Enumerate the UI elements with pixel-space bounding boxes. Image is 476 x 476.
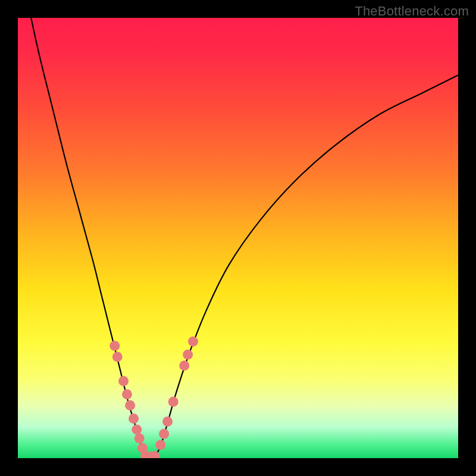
data-point-dot — [168, 397, 178, 407]
data-point-dot — [131, 424, 142, 434]
watermark-text: TheBottleneck.com — [355, 4, 469, 19]
data-point-dot — [183, 350, 193, 360]
right-branch-curve — [154, 75, 458, 458]
data-point-dot — [112, 352, 123, 362]
data-point-dot — [109, 341, 120, 351]
data-point-dot — [125, 400, 135, 411]
chart-canvas: TheBottleneck.com — [0, 0, 476, 476]
data-point-dot — [159, 429, 169, 439]
data-point-dot — [118, 376, 129, 386]
highlight-dots — [109, 336, 198, 458]
data-point-dot — [179, 361, 189, 371]
data-point-dot — [162, 416, 173, 427]
data-point-dot — [129, 414, 139, 424]
data-point-dot — [134, 433, 145, 443]
curve-layer — [18, 18, 458, 458]
data-point-dot — [122, 389, 132, 399]
data-point-dot — [155, 440, 165, 450]
data-point-dot — [188, 336, 198, 346]
plot-area — [18, 18, 458, 458]
